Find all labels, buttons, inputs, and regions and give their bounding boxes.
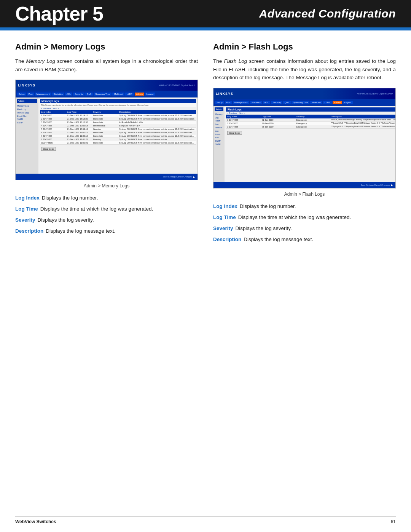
linksys-ui-flash: LINKSYS 48-Port 10/100/1000 Gigabit Swit…	[213, 88, 395, 188]
table-row: 1 21474835 21-Dec-1969 16:14:18 Immediat…	[40, 114, 196, 117]
cell-index: 1 21474835	[41, 114, 66, 117]
linksys-logo: LINKSYS	[18, 83, 35, 87]
nav-spanning-f[interactable]: Spanning Tree	[292, 101, 309, 104]
log-index-desc: Log Index Displays the log number.	[15, 194, 198, 203]
flash-clear-logs-button[interactable]: Clear Logs	[227, 131, 242, 135]
f-cell-time: 23-Jan-2000	[262, 126, 296, 128]
cell-time: 21-Dec-1969 16:15:58	[67, 121, 92, 123]
footer-save[interactable]: Save Settings Cancel Changes	[163, 176, 192, 178]
main-content: Admin > Memory Logs The Memory Log scree…	[0, 30, 411, 269]
flash-log-term: Flash Log	[224, 58, 247, 64]
cell-index: 8 21474835	[41, 138, 66, 141]
flash-log-index-label: Log Index	[213, 202, 237, 211]
nav-admin[interactable]: Admin	[135, 93, 144, 96]
linksys-footer-icon-flash: ▶	[391, 184, 393, 186]
nav-port[interactable]: Port	[27, 93, 34, 96]
flash-description-text: Displays the log message text.	[244, 235, 313, 244]
cell-time: 21-Dec-1969 11:01:21	[67, 138, 92, 141]
memory-logs-caption: Admin > Memory Logs	[15, 183, 198, 189]
nav-mgmt[interactable]: Management	[35, 93, 51, 96]
pagination-controls: < Previous | Next >	[40, 107, 196, 110]
cell-severity: Informational	[93, 125, 118, 127]
log-index-label: Log Index	[15, 194, 40, 203]
flash-log-time-label: Log Time	[213, 213, 236, 222]
cell-severity: Immediate	[93, 142, 118, 144]
nav-stats[interactable]: Statistics	[52, 93, 64, 96]
table-row: 6 21474835 21-Dec-1969 11:00:12 Immediat…	[40, 131, 196, 134]
log-time-label: Log Time	[15, 205, 38, 214]
description-label: Description	[15, 227, 43, 236]
nav-spanning[interactable]: Spanning Tree	[94, 93, 112, 96]
cell-index: 2 21474835	[41, 118, 66, 120]
nav-multicast-f[interactable]: Multicast	[310, 101, 322, 104]
nav-logout[interactable]: Logout	[145, 93, 155, 96]
cell-index: 3 21474835	[41, 121, 66, 123]
clear-logs-button[interactable]: Clear Logs	[41, 147, 56, 151]
linksys-sidebar-flash: Admin Memory Log Flash Log Remote Log Em…	[213, 106, 225, 182]
sidebar-title: Admin	[17, 99, 37, 103]
description-desc: Description Displays the log message tex…	[15, 227, 198, 236]
flash-logs-section: Admin > Flash Logs The Flash Log screen …	[213, 42, 396, 246]
nav-lldp-f[interactable]: LLDP	[323, 101, 332, 104]
table-row: 4 21474835 21-Dec-1969 10:59:18 Informat…	[40, 124, 196, 128]
flash-logs-heading: Admin > Flash Logs	[213, 42, 396, 52]
nav-logout-f[interactable]: Logout	[343, 101, 353, 104]
nav-setup[interactable]: Setup	[17, 93, 26, 96]
nav-mgmt-f[interactable]: Management	[233, 101, 249, 104]
nav-stats-f[interactable]: Statistics	[250, 101, 262, 104]
table-row: 7 21474835 21-Dec-1969 11:00:12 Immediat…	[40, 134, 196, 138]
footer-page-number: 61	[391, 519, 396, 524]
f-cell-desc: ***Syslog GRUB *** Reporting Data XGST S…	[331, 126, 396, 128]
f-cell-severity: Emergency	[296, 119, 330, 121]
cell-index: 9(21474835)	[41, 142, 66, 144]
sidebar-links-flash: Memory Log Flash Log Remote Log Email Al…	[215, 112, 223, 147]
flash-description-desc: Description Displays the log message tex…	[213, 235, 396, 244]
f-cell-time: 22-Jan-2000	[262, 122, 296, 125]
nav-lldp[interactable]: LLDP	[125, 93, 134, 96]
memory-logs-heading: Admin > Memory Logs	[15, 42, 198, 52]
memory-logs-section: Admin > Memory Logs The Memory Log scree…	[15, 42, 198, 246]
chapter-title: Advanced Configuration	[259, 7, 396, 20]
nav-setup-f[interactable]: Setup	[215, 101, 224, 104]
flash-table-row: 2 21474835 22-Jan-2000 Emergency ***Sysl…	[226, 122, 396, 125]
cell-desc: SysLog CONNECT: New connection for user …	[119, 135, 195, 137]
nav-qos[interactable]: QoS	[85, 93, 93, 96]
linksys-logo-flash: LINKSYS	[216, 92, 233, 96]
table-row: 9(21474835) 21-Dec-1969 11:00:41 Immedia…	[40, 141, 196, 145]
nav-acl-f[interactable]: ACL	[263, 101, 271, 104]
cell-desc: SysLog CONNECT: New connection for user …	[119, 138, 195, 141]
log-index-text: Displays the log number.	[42, 194, 98, 203]
flash-severity-desc: Severity Displays the log severity.	[213, 224, 396, 233]
cell-index: 5 21474835	[41, 128, 66, 130]
nav-qos-f[interactable]: QoS	[283, 101, 291, 104]
cell-time: 21-Dec-1969 11:00:41	[67, 142, 92, 144]
nav-multicast[interactable]: Multicast	[112, 93, 124, 96]
memory-logs-description: The Memory Log screen contains all syste…	[15, 57, 198, 73]
flash-logs-title: Flash Logs	[226, 107, 396, 112]
cell-desc: SnmpSetFromId=+p #	[119, 125, 195, 127]
flash-table-row: 1 21474835 21-Jan-2000 Emergency NVRAM, …	[226, 118, 396, 122]
footer-save-flash[interactable]: Save Settings Cancel Changes	[361, 184, 390, 186]
nav-port-f[interactable]: Port	[225, 101, 232, 104]
cell-desc: SysLog CONNECT: New connection for user …	[119, 114, 195, 117]
nav-security[interactable]: Security	[73, 93, 84, 96]
linksys-content-flash: Admin Memory Log Flash Log Remote Log Em…	[213, 106, 395, 182]
nav-security-f[interactable]: Security	[271, 101, 282, 104]
f-cell-severity: Emergency	[296, 126, 330, 128]
linksys-ui-memory: LINKSYS 48-Port 10/100/1000 Gigabit Swit…	[16, 80, 198, 180]
cell-severity: Immediate	[93, 121, 118, 123]
flash-log-time-text: Displays the time at which the log was g…	[238, 213, 351, 222]
nav-admin-f[interactable]: Admin	[333, 101, 342, 104]
linksys-header: LINKSYS 48-Port 10/100/1000 Gigabit Swit…	[16, 80, 198, 91]
memory-logs-title: Memory Logs	[40, 99, 196, 103]
cell-severity: Warning	[93, 128, 118, 130]
nav-acl[interactable]: ACL	[65, 93, 73, 96]
flash-table-header: Log Index Log Time Severity Description	[226, 115, 396, 118]
table-row: 8 21474835 21-Dec-1969 11:01:21 Warning …	[40, 138, 196, 141]
linksys-footer-icon: ▶	[193, 176, 195, 178]
linksys-content: Admin Memory Log Flash Log Remote Log Em…	[16, 97, 198, 174]
cell-index: 6 21474835	[41, 131, 66, 134]
footer-brand: WebView Switches	[15, 519, 56, 524]
linksys-product-flash: 48-Port 10/100/1000 Gigabit Switch	[357, 93, 393, 95]
linksys-main-flash: Flash Logs < Previous | Next > Log Index…	[225, 106, 396, 182]
